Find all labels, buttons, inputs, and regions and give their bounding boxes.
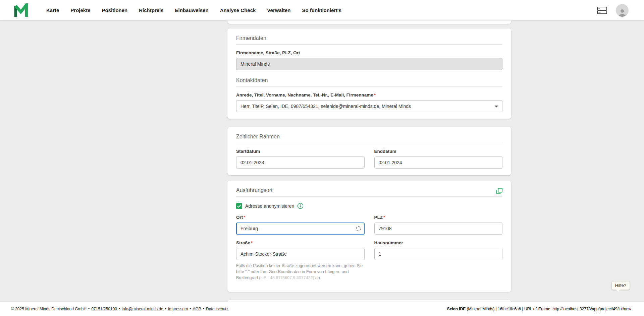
nav-item-einbauweisen[interactable]: Einbauweisen: [175, 7, 209, 13]
nav-item-verwalten[interactable]: Verwalten: [267, 7, 290, 13]
required-marker: *: [383, 215, 385, 220]
navbar-right: [597, 4, 629, 17]
footer-left: © 2025 Mineral Minds Deutschland GmbH • …: [11, 307, 228, 311]
enddatum-input[interactable]: [374, 156, 503, 169]
info-icon[interactable]: [297, 203, 304, 209]
anonymize-label: Adresse anonymisieren: [245, 203, 294, 209]
contact-label: Anrede, Titel, Vorname, Nachname, Tel.-N…: [236, 92, 502, 98]
divider: [236, 86, 502, 87]
nav-item-projekte[interactable]: Projekte: [70, 7, 90, 13]
server-icon[interactable]: [597, 7, 607, 14]
card-zeitlicher-rahmen: Zeitlicher Rahmen Startdatum Enddatum: [227, 127, 511, 175]
copyright-text: © 2025 Mineral Minds Deutschland GmbH: [11, 307, 87, 311]
card-firmendaten: Firmendaten Firmenname, Straße, PLZ, Ort…: [227, 28, 511, 119]
ide-name: Selen IDE: [447, 307, 466, 311]
plz-input[interactable]: [374, 223, 503, 235]
ort-input[interactable]: [236, 223, 365, 235]
separator: •: [119, 307, 120, 311]
anonymize-checkbox[interactable]: [236, 203, 242, 209]
footer: © 2025 Mineral Minds Deutschland GmbH • …: [0, 302, 644, 316]
startdatum-input[interactable]: [236, 156, 365, 169]
street-hint-text: Falls die Position keiner Straße zugeord…: [236, 263, 365, 281]
ausfuehrungsort-title: Ausführungsort: [236, 187, 502, 193]
nav-item-positionen[interactable]: Positionen: [102, 7, 128, 13]
nav-item-richtpreis[interactable]: Richtpreis: [139, 7, 163, 13]
hausnummer-label: Hausnummer: [374, 240, 503, 245]
divider: [236, 196, 502, 197]
iframe-url-text: (Mineral Minds) | 16fae1ffc6a6 | URL of …: [466, 307, 631, 311]
firmendaten-title: Firmendaten: [236, 35, 502, 41]
contact-select-value: Herr, TitelP, Selen, IDE, 0987/654321, s…: [240, 104, 411, 109]
chevron-down-icon: [495, 106, 498, 108]
contact-select[interactable]: Herr, TitelP, Selen, IDE, 0987/654321, s…: [236, 100, 502, 112]
top-navbar: Karte Projekte Positionen Richtpreis Ein…: [0, 0, 644, 20]
card-ausfuehrungsort: Ausführungsort Adresse anonymisieren: [227, 181, 511, 292]
separator: •: [190, 307, 191, 311]
footer-link-phone[interactable]: 07151/250100: [91, 307, 117, 311]
plz-label: PLZ*: [374, 215, 503, 220]
loading-spinner-icon: [356, 226, 361, 231]
help-label: Hilfe?: [615, 283, 626, 288]
form-column: Firmendaten Firmenname, Straße, PLZ, Ort…: [227, 20, 511, 302]
ort-label: Ort*: [236, 215, 365, 220]
help-button[interactable]: Hilfe?: [611, 281, 630, 290]
footer-link-email[interactable]: info@mineral-minds.de: [122, 307, 163, 311]
nav-item-so-funktionierts[interactable]: So funktioniert's: [302, 7, 341, 13]
company-label: Firmenname, Straße, PLZ, Ort: [236, 50, 502, 55]
nav-item-karte[interactable]: Karte: [46, 7, 59, 13]
check-icon: [237, 204, 241, 208]
required-marker: *: [374, 92, 376, 98]
person-icon: [618, 8, 627, 17]
separator: •: [203, 307, 204, 311]
brand-logo[interactable]: [13, 3, 29, 17]
required-marker: *: [251, 240, 253, 245]
user-avatar[interactable]: [616, 4, 629, 17]
hausnummer-input[interactable]: [374, 248, 503, 260]
strasse-input[interactable]: [236, 248, 365, 260]
copy-icon[interactable]: [496, 187, 503, 196]
footer-link-agb[interactable]: AGB: [193, 307, 201, 311]
divider: [236, 44, 502, 45]
enddatum-label: Enddatum: [374, 149, 503, 154]
main-navigation: Karte Projekte Positionen Richtpreis Ein…: [46, 7, 597, 13]
strasse-label: Straße*: [236, 240, 365, 245]
geo-example-text: (z.B.: 48.8115607,9.4077422): [259, 275, 314, 280]
kontaktdaten-title: Kontaktdaten: [236, 77, 502, 83]
card-previous-partial: [227, 20, 511, 24]
footer-link-impressum[interactable]: Impressum: [168, 307, 188, 311]
anonymize-checkbox-row: Adresse anonymisieren: [236, 203, 502, 209]
zeitraum-title: Zeitlicher Rahmen: [236, 134, 502, 140]
page-background: Firmendaten Firmenname, Straße, PLZ, Ort…: [0, 20, 644, 302]
nav-item-analyse-check[interactable]: Analyse Check: [220, 7, 256, 13]
startdatum-label: Startdatum: [236, 149, 365, 154]
footer-link-datenschutz[interactable]: Datenschutz: [206, 307, 228, 311]
company-field: [236, 58, 502, 70]
required-marker: *: [244, 215, 245, 220]
separator: •: [165, 307, 166, 311]
debug-status-text: Selen IDE (Mineral Minds) | 16fae1ffc6a6…: [447, 307, 631, 311]
separator: •: [88, 307, 90, 311]
